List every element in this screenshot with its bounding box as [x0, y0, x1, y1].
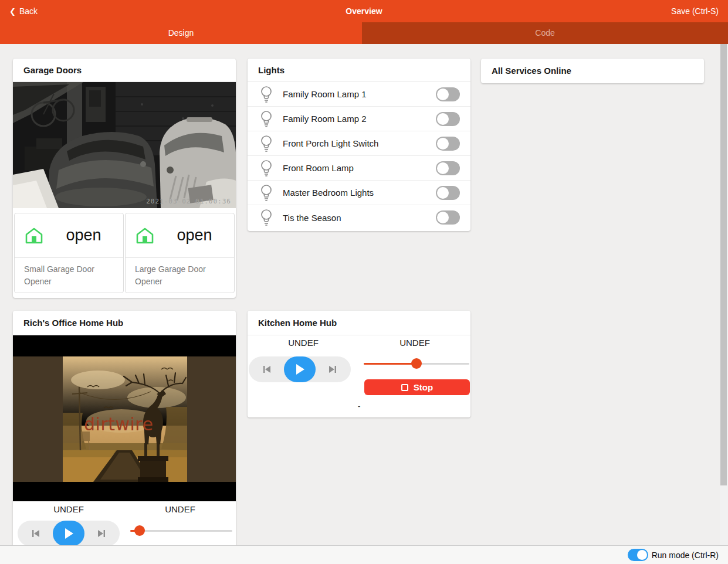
save-button[interactable]: Save (Ctrl-S): [671, 0, 719, 22]
tab-code[interactable]: Code: [362, 22, 728, 44]
large-garage-door-opener-tile[interactable]: open Large Garage Door Opener: [125, 213, 235, 293]
previous-track-button[interactable]: [262, 364, 272, 375]
run-mode-label: Run mode (Ctrl-R): [652, 551, 719, 560]
album-art: dirtwire: [63, 356, 187, 482]
light-row: Family Room Lamp 2: [248, 107, 470, 131]
light-row: Family Room Lamp 1: [248, 82, 470, 107]
light-label: Family Room Lamp 2: [283, 114, 367, 124]
light-label: Master Bedroom Lights: [283, 188, 374, 198]
lights-title: Lights: [248, 59, 470, 82]
skip-previous-icon: [262, 364, 272, 375]
kitchen-volume-slider[interactable]: [364, 358, 469, 369]
kitchen-hub-title: Kitchen Home Hub: [248, 311, 470, 335]
light-toggle[interactable]: [436, 161, 460, 175]
light-row: Master Bedroom Lights: [248, 181, 470, 205]
skip-previous-icon: [31, 528, 41, 539]
garage-house-icon: [135, 226, 155, 245]
next-track-button[interactable]: [96, 528, 107, 539]
light-label: Front Room Lamp: [283, 163, 354, 173]
light-toggle[interactable]: [436, 87, 460, 101]
garage-doors-title: Garage Doors: [13, 59, 236, 82]
play-icon: [64, 528, 73, 539]
tab-bar: Design Code: [0, 22, 728, 44]
light-toggle[interactable]: [436, 210, 460, 225]
light-row: Front Porch Light Switch: [248, 131, 470, 156]
office-hub-title: Rich's Office Home Hub: [13, 311, 236, 335]
garage-doors-card: Garage Doors: [13, 59, 236, 298]
kitchen-hub-card: Kitchen Home Hub UNDEF UNDEF Stop -: [248, 311, 470, 417]
top-app-bar: ❮Back Overview Save (Ctrl-S): [0, 0, 728, 22]
lights-card: Lights Family Room Lamp 1 Family Room La…: [248, 59, 470, 231]
garage-door-state: open: [155, 226, 234, 244]
light-label: Tis the Season: [283, 213, 341, 223]
kitchen-now-playing: -: [248, 402, 470, 411]
office-status-left: UNDEF: [13, 504, 124, 514]
light-label: Front Porch Light Switch: [283, 138, 378, 148]
vertical-scrollbar[interactable]: [720, 44, 728, 545]
tab-design[interactable]: Design: [0, 22, 362, 44]
lights-list: Family Room Lamp 1 Family Room Lamp 2 Fr…: [248, 82, 470, 230]
bottom-status-bar: Run mode (Ctrl-R): [0, 545, 728, 564]
office-hub-card: Rich's Office Home Hub: [13, 311, 236, 548]
light-toggle[interactable]: [436, 137, 460, 151]
stop-label: Stop: [414, 382, 433, 392]
light-label: Family Room Lamp 1: [283, 89, 367, 99]
stop-button[interactable]: Stop: [364, 379, 470, 395]
garage-openers-row: open Small Garage Door Opener open Large…: [14, 213, 235, 293]
light-toggle[interactable]: [436, 112, 460, 126]
office-media-artwork: dirtwire: [13, 335, 236, 501]
light-bulb-icon: [260, 159, 273, 177]
services-status-title: All Services Online: [481, 59, 704, 83]
garage-house-icon: [24, 226, 44, 245]
album-title-text: dirtwire: [84, 414, 153, 434]
album-art-backdrop: dirtwire: [13, 356, 236, 482]
stop-square-icon: [401, 384, 408, 391]
kitchen-status-right: UNDEF: [359, 338, 470, 348]
office-status-row: UNDEF UNDEF: [13, 504, 236, 514]
garage-opener-label: Small Garage Door Opener: [15, 258, 123, 293]
light-bulb-icon: [260, 135, 273, 152]
light-bulb-icon: [260, 209, 273, 226]
light-row: Front Room Lamp: [248, 156, 470, 181]
run-mode-toggle[interactable]: [628, 549, 648, 561]
garage-door-state: open: [44, 226, 123, 244]
services-status-card: All Services Online: [481, 59, 704, 83]
kitchen-status-row: UNDEF UNDEF: [248, 338, 470, 348]
skip-next-icon: [96, 528, 107, 539]
play-icon: [295, 364, 304, 375]
scrollbar-thumb[interactable]: [720, 44, 727, 485]
small-garage-door-opener-tile[interactable]: open Small Garage Door Opener: [14, 213, 124, 293]
garage-camera-image: [13, 82, 236, 208]
camera-timestamp: 2021-03-02 01:00:36: [146, 198, 231, 205]
garage-camera-feed[interactable]: 2021-03-02 01:00:36: [13, 82, 236, 208]
light-toggle[interactable]: [436, 186, 460, 200]
light-bulb-icon: [260, 110, 273, 128]
slider-knob[interactable]: [134, 525, 145, 536]
office-status-right: UNDEF: [124, 504, 236, 514]
garage-opener-label: Large Garage Door Opener: [126, 258, 234, 293]
kitchen-status-left: UNDEF: [248, 338, 359, 348]
play-button[interactable]: [53, 521, 84, 546]
next-track-button[interactable]: [327, 364, 338, 375]
light-bulb-icon: [260, 86, 273, 103]
office-volume-slider[interactable]: [130, 525, 232, 536]
kitchen-media-controls: [249, 356, 351, 382]
skip-next-icon: [327, 364, 338, 375]
light-bulb-icon: [260, 184, 273, 202]
slider-knob[interactable]: [411, 358, 422, 369]
office-media-controls: [18, 521, 120, 546]
page-title: Overview: [0, 0, 728, 22]
previous-track-button[interactable]: [31, 528, 41, 539]
play-button[interactable]: [284, 356, 316, 382]
light-row: Tis the Season: [248, 205, 470, 230]
